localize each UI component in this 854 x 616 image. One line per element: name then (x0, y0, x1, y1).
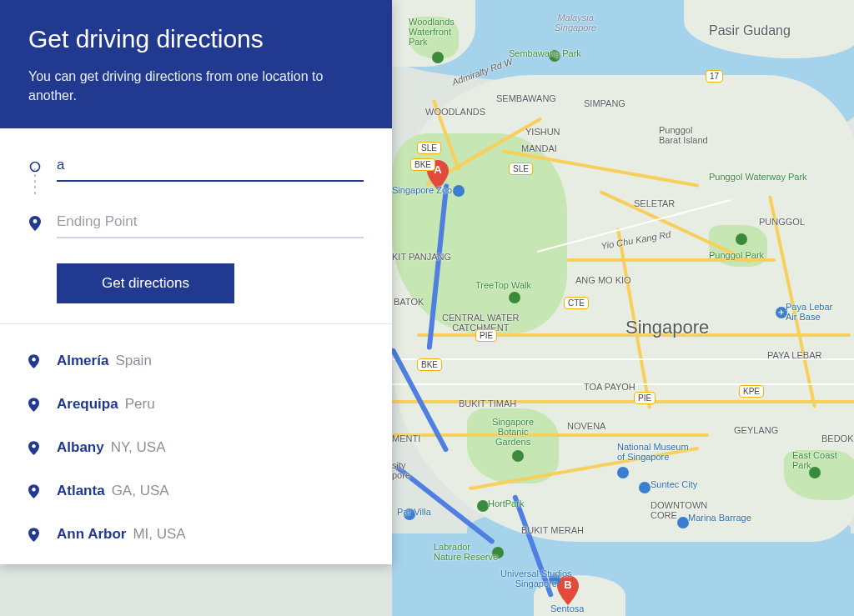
shield-sle: SLE (417, 142, 441, 154)
directions-panel: Get driving directions You can get drivi… (0, 0, 392, 564)
panel-subtitle: You can get driving directions from one … (28, 67, 364, 105)
poi-suntec[interactable] (639, 482, 651, 493)
suggestion-text: AlmeríaSpain (57, 353, 152, 369)
label-marina: Marina Barrage (688, 513, 751, 523)
get-directions-button[interactable]: Get directions (57, 263, 234, 303)
label-bukit-merah: BUKIT MERAH (521, 525, 584, 535)
svg-point-4 (32, 358, 35, 361)
panel-title: Get driving directions (28, 25, 364, 53)
poi-punggol-park[interactable] (736, 233, 747, 245)
label-ang-mo-kio: ANG MO KIO (575, 275, 631, 285)
label-menti: MENTI (392, 433, 420, 443)
label-bedok: BEDOK (821, 433, 854, 443)
shield-bke2: BKE (417, 358, 442, 371)
shield-pie2: PIE (634, 392, 656, 404)
pin-icon (28, 528, 40, 542)
pin-icon (28, 484, 40, 498)
label-singapore: Singapore (625, 317, 709, 338)
shield-17: 17 (706, 70, 723, 83)
pin-icon (28, 354, 40, 368)
label-botanic: Singapore Botanic Gardens (492, 417, 534, 447)
svg-point-3 (33, 219, 38, 223)
label-punggol-waterway: Punggol Waterway Park (709, 172, 807, 182)
label-universal: Universal Studios Singapore (500, 568, 572, 588)
start-input[interactable] (57, 152, 364, 182)
label-punggol-park: Punggol Park (709, 250, 764, 260)
svg-point-5 (32, 401, 35, 404)
label-batok: BATOK (394, 297, 424, 307)
label-simpang: SIMPANG (584, 98, 625, 108)
label-kit-panjang: KIT PANJANG (392, 252, 451, 262)
suggestion-text: ArequipaPeru (57, 396, 155, 413)
label-treetop: TreeTop Walk (475, 280, 531, 290)
poi-hortpark[interactable] (477, 500, 489, 512)
poi-zoo[interactable] (453, 185, 465, 197)
suggestion-item[interactable]: Ann ArborMI, USA (0, 513, 392, 556)
suggestion-item[interactable]: AtlantaGA, USA (0, 469, 392, 513)
suggestion-text: Ann ArborMI, USA (57, 526, 186, 543)
pin-icon (28, 398, 40, 412)
poi-botanic[interactable] (512, 450, 524, 462)
svg-point-6 (32, 444, 35, 448)
label-seletar: SELETAR (634, 198, 675, 208)
label-pasir-gudang: Pasir Gudang (709, 23, 791, 38)
label-museum: National Museum of Singapore (617, 442, 689, 462)
route-dots-icon (34, 168, 36, 197)
label-sentosa: Sentosa (550, 603, 584, 613)
svg-point-8 (32, 531, 35, 534)
label-bukit-timah: BUKIT TIMAH (459, 398, 516, 408)
label-mandai: MANDAI (521, 143, 557, 153)
pin-icon (28, 441, 40, 455)
shield-sle2: SLE (509, 163, 533, 175)
poi-museum[interactable] (617, 467, 629, 478)
label-parvilla: Par Villa (397, 507, 431, 517)
suggestion-text: AlbanyNY, USA (57, 439, 166, 456)
label-east-coast: East Coast Park (792, 450, 837, 470)
app-root: A B ✈ Singapore Woodlands Waterfront Par… (0, 0, 854, 616)
suggestion-item[interactable]: AlbanyNY, USA (0, 426, 392, 469)
label-woodlands: WOODLANDS (425, 107, 485, 117)
label-punggol-barat: Punggol Barat Island (659, 125, 708, 145)
poi-treetop[interactable] (509, 292, 520, 303)
label-yishun: YISHUN (525, 127, 560, 137)
label-zoo: Singapore Zoo (392, 185, 452, 195)
label-malaysia-sg: Malaysia Singapore (555, 13, 596, 33)
end-pin-icon (28, 216, 42, 231)
label-sembawang-park: Sembawang Park (509, 48, 581, 58)
shield-kpe: KPE (739, 385, 764, 398)
label-novena: NOVENA (567, 421, 605, 431)
shield-cte: CTE (564, 297, 589, 309)
suggestion-item[interactable]: AlmeríaSpain (0, 339, 392, 383)
label-hortpark: HortPark (488, 498, 524, 508)
suggestion-text: AtlantaGA, USA (57, 483, 169, 499)
shield-bke: BKE (410, 158, 435, 171)
autocomplete-list: AlmeríaSpainArequipaPeruAlbanyNY, USAAtl… (0, 324, 392, 564)
label-paya-lebar-air: Paya Lebar Air Base (786, 302, 832, 322)
svg-point-7 (32, 488, 35, 491)
suggestion-item[interactable]: ArequipaPeru (0, 383, 392, 426)
label-labrador: Labrador Nature Reserve (434, 542, 498, 562)
label-woodlands-park: Woodlands Waterfront Park (409, 17, 455, 47)
panel-header: Get driving directions You can get drivi… (0, 0, 392, 128)
shield-pie: PIE (475, 329, 497, 342)
label-suntec: Suntec City (651, 479, 697, 489)
poi-woodlands-park[interactable] (432, 52, 444, 63)
label-geylang: GEYLANG (734, 425, 778, 435)
label-paya-lebar: PAYA LEBAR (767, 350, 821, 360)
label-toa-payoh: TOA PAYOH (584, 382, 635, 392)
label-sembawang: SEMBAWANG (496, 93, 556, 103)
end-input[interactable] (57, 208, 364, 238)
label-punggol: PUNGGOL (759, 217, 805, 227)
start-field (28, 152, 364, 182)
label-sity-pore: sity pore (392, 460, 410, 480)
end-field (28, 208, 364, 238)
panel-body: Get directions (0, 128, 392, 324)
